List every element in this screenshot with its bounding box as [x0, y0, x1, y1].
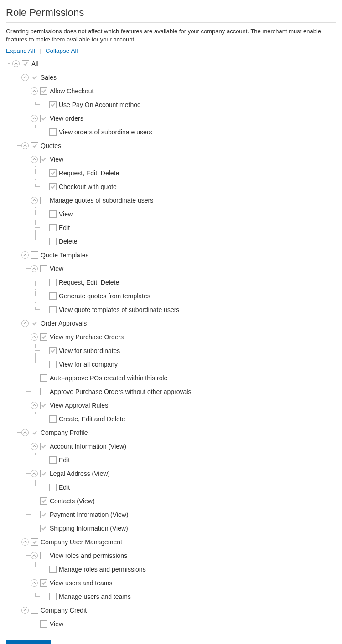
chevron-up-icon[interactable] [12, 60, 20, 67]
checkbox[interactable] [31, 142, 38, 149]
permissions-tree: AllSalesAllow CheckoutUse Pay On Account… [12, 57, 336, 631]
checkbox[interactable] [49, 484, 57, 491]
checkbox[interactable] [40, 525, 47, 532]
tree-node-order-approvals: Order ApprovalsView my Purchase OrdersVi… [21, 317, 336, 426]
chevron-up-icon[interactable] [21, 538, 29, 546]
tree-children: View orders of subordinate users [40, 125, 336, 139]
tree-row: Company Credit [21, 603, 336, 617]
chevron-up-icon[interactable] [31, 87, 38, 95]
checkbox[interactable] [40, 443, 47, 450]
page-title: Role Permissions [6, 7, 336, 23]
checkbox[interactable] [49, 361, 57, 368]
expand-all-link[interactable]: Expand All [6, 47, 35, 54]
tree-row: View for all company [40, 358, 336, 371]
checkbox[interactable] [40, 552, 47, 559]
chevron-up-icon[interactable] [21, 607, 29, 614]
checkbox[interactable] [40, 115, 47, 122]
chevron-up-icon[interactable] [31, 265, 38, 272]
checkbox[interactable] [49, 292, 57, 300]
checkbox[interactable] [49, 566, 57, 573]
checkbox[interactable] [40, 620, 47, 628]
tree-node-quote-templates: Quote TemplatesViewRequest, Edit, Delete… [21, 248, 336, 317]
tree-node-view-orders: View ordersView orders of subordinate us… [31, 112, 336, 139]
chevron-up-icon[interactable] [21, 429, 29, 436]
save-role-button[interactable]: Save Role [6, 640, 51, 644]
chevron-up-icon[interactable] [31, 197, 38, 204]
collapse-all-link[interactable]: Collapse All [46, 47, 78, 54]
checkbox[interactable] [49, 306, 57, 313]
toggle-placeholder [31, 497, 38, 505]
chevron-up-icon[interactable] [21, 142, 29, 149]
tree-label: View [50, 620, 63, 628]
checkbox[interactable] [40, 579, 47, 587]
toggle-placeholder [40, 415, 47, 423]
checkbox[interactable] [31, 429, 38, 436]
checkbox[interactable] [49, 279, 57, 286]
checkbox[interactable] [49, 169, 57, 177]
chevron-up-icon[interactable] [21, 74, 29, 81]
tree-row: View my Purchase Orders [31, 330, 336, 344]
checkbox[interactable] [40, 402, 47, 409]
tree-node-quotes: QuotesViewRequest, Edit, DeleteCheckout … [21, 139, 336, 248]
tree-node-company-profile: Company ProfileAccount Information (View… [21, 426, 336, 535]
tree-label: View orders [50, 115, 83, 122]
chevron-up-icon[interactable] [31, 470, 38, 477]
checkbox[interactable] [49, 347, 57, 354]
checkbox[interactable] [31, 607, 38, 614]
chevron-up-icon[interactable] [31, 579, 38, 587]
checkbox[interactable] [31, 538, 38, 546]
checkbox[interactable] [49, 210, 57, 218]
toggle-placeholder [40, 101, 47, 108]
toggle-placeholder [40, 224, 47, 231]
chevron-up-icon[interactable] [31, 156, 38, 163]
tree-node-view: View [31, 617, 336, 631]
checkbox[interactable] [40, 156, 47, 163]
tree-row: Auto-approve POs created within this rol… [31, 371, 336, 385]
checkbox[interactable] [31, 320, 38, 327]
tree-children: ViewEditDelete [40, 207, 336, 248]
tree-row: Shipping Information (View) [31, 521, 336, 535]
tree-children: Edit [40, 480, 336, 494]
tree-row: Quote Templates [21, 248, 336, 262]
chevron-up-icon[interactable] [31, 443, 38, 450]
tree-label: Quote Templates [41, 251, 89, 259]
checkbox[interactable] [40, 374, 47, 382]
tree-node-edit: Edit [40, 480, 336, 494]
tree-node-request-edit-delete: Request, Edit, Delete [40, 166, 336, 180]
chevron-up-icon[interactable] [31, 552, 38, 559]
tree-node-allow-checkout: Allow CheckoutUse Pay On Account method [31, 84, 336, 112]
checkbox[interactable] [49, 183, 57, 190]
checkbox[interactable] [49, 456, 57, 464]
tree-node-view: ViewRequest, Edit, DeleteCheckout with q… [31, 153, 336, 194]
checkbox[interactable] [49, 128, 57, 136]
chevron-up-icon[interactable] [21, 320, 29, 327]
checkbox[interactable] [49, 101, 57, 108]
tree-node-view-my-purchase-orders: View my Purchase OrdersView for subordin… [31, 330, 336, 371]
checkbox[interactable] [31, 251, 38, 259]
toggle-placeholder [40, 183, 47, 190]
checkbox[interactable] [40, 333, 47, 341]
tree-row: View roles and permissions [31, 549, 336, 562]
checkbox[interactable] [40, 197, 47, 204]
checkbox[interactable] [40, 265, 47, 272]
tree-label: View users and teams [50, 579, 112, 587]
checkbox[interactable] [40, 388, 47, 395]
chevron-up-icon[interactable] [31, 402, 38, 409]
tree-node-all: AllSalesAllow CheckoutUse Pay On Account… [12, 57, 336, 631]
chevron-up-icon[interactable] [31, 115, 38, 122]
checkbox[interactable] [40, 470, 47, 477]
checkbox[interactable] [40, 497, 47, 505]
chevron-up-icon[interactable] [21, 251, 29, 259]
tree-row: Request, Edit, Delete [40, 166, 336, 180]
checkbox[interactable] [49, 593, 57, 600]
checkbox[interactable] [49, 415, 57, 423]
toggle-placeholder [40, 238, 47, 245]
checkbox[interactable] [40, 87, 47, 95]
checkbox[interactable] [40, 511, 47, 518]
checkbox[interactable] [31, 74, 38, 81]
checkbox[interactable] [22, 60, 29, 67]
tree-label: View for all company [59, 361, 118, 368]
checkbox[interactable] [49, 238, 57, 245]
checkbox[interactable] [49, 224, 57, 231]
chevron-up-icon[interactable] [31, 333, 38, 341]
